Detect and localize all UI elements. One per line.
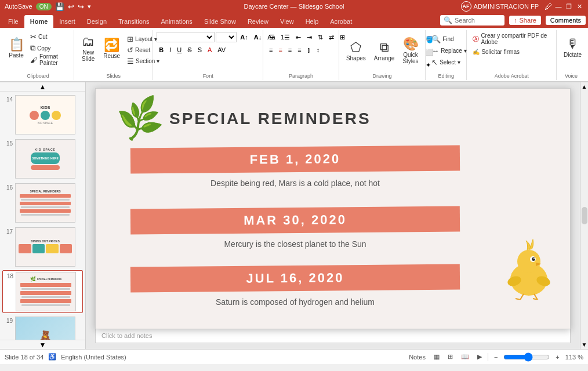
decrease-indent-btn[interactable]: ⇤ bbox=[293, 31, 303, 43]
slide-thumb-14[interactable]: 14 KIDS KID SPACE bbox=[2, 94, 83, 136]
tab-home[interactable]: Home bbox=[24, 15, 54, 28]
slide-thumb-19[interactable]: 19 🧸 TABLES bbox=[2, 315, 83, 340]
create-pdf-button[interactable]: ⒶCrear y compartir PDF de Adobe bbox=[470, 34, 553, 44]
slide-canvas[interactable]: 🌿 SPECIAL REMINDERS FEB 1, 2020 Despite … bbox=[95, 88, 571, 329]
share-button[interactable]: ↑ Share bbox=[509, 16, 541, 25]
svg-line-10 bbox=[516, 299, 520, 300]
underline-btn[interactable]: U bbox=[175, 44, 184, 56]
slide-thumb-18[interactable]: 18 🌿SPECIAL REMINDERS bbox=[2, 270, 83, 313]
autosave-toggle[interactable]: ON bbox=[36, 3, 52, 10]
align-right-btn[interactable]: ≡ bbox=[286, 44, 294, 56]
layout-icon: ⊞ bbox=[127, 35, 133, 43]
copy-button[interactable]: ⧉Copy bbox=[28, 43, 70, 53]
save-icon[interactable]: 💾 bbox=[55, 2, 64, 11]
clipboard-group: 📋 Paste ✂Cut ⧉Copy 🖌Format Painter Clipb… bbox=[2, 30, 74, 80]
notes-btn[interactable]: Notes bbox=[406, 353, 428, 361]
tab-animations[interactable]: Animations bbox=[155, 15, 198, 28]
italic-btn[interactable]: I bbox=[167, 44, 173, 56]
normal-view-btn[interactable]: ▦ bbox=[431, 352, 442, 361]
close-btn[interactable]: ✕ bbox=[575, 2, 583, 10]
numbering-btn[interactable]: 1☰ bbox=[278, 31, 292, 43]
line-spacing-btn[interactable]: ↕ bbox=[314, 44, 322, 56]
text-direction-btn[interactable]: ⇅ bbox=[315, 31, 325, 43]
slide-thumb-15[interactable]: 15 KID SPACE SOMETHING HERE bbox=[2, 138, 83, 180]
search-box[interactable]: 🔍 bbox=[440, 15, 504, 26]
font-color-btn[interactable]: A bbox=[205, 44, 214, 56]
slide-sorter-btn[interactable]: ⊞ bbox=[445, 352, 455, 361]
ribbon-content: 📋 Paste ✂Cut ⧉Copy 🖌Format Painter Clipb… bbox=[0, 28, 588, 82]
tab-insert[interactable]: Insert bbox=[53, 15, 81, 28]
find-button[interactable]: 🔍Find bbox=[429, 34, 469, 44]
justify-btn[interactable]: ≡ bbox=[295, 44, 303, 56]
cols-btn[interactable]: ⫿ bbox=[305, 44, 313, 56]
tab-review[interactable]: Review bbox=[242, 15, 274, 28]
scroll-down-btn[interactable]: ▼ bbox=[0, 340, 85, 349]
align-left-btn[interactable]: ≡ bbox=[267, 44, 275, 56]
titlebar: AutoSave ON 💾 ↩ ↪ ▾ Daycare Center — Sli… bbox=[0, 0, 588, 13]
slides-label: Slides bbox=[106, 72, 121, 79]
align-center-btn[interactable]: ≡ bbox=[276, 44, 284, 56]
new-slide-icon: 🗂 bbox=[82, 35, 95, 48]
reuse-button[interactable]: 🔁 Reuse bbox=[100, 32, 124, 65]
notes-area[interactable]: Click to add notes bbox=[95, 329, 571, 343]
autosave-label: AutoSave bbox=[5, 3, 32, 10]
increase-font-btn[interactable]: A↑ bbox=[238, 31, 250, 43]
tab-design[interactable]: Design bbox=[81, 15, 112, 28]
adobe-group: ⒶCrear y compartir PDF de Adobe ✍Solicit… bbox=[467, 30, 557, 80]
tab-acrobat[interactable]: Acrobat bbox=[324, 15, 358, 28]
cut-button[interactable]: ✂Cut bbox=[28, 31, 70, 42]
scroll-right-up-btn[interactable]: ▲ bbox=[582, 83, 587, 90]
strikethrough-btn[interactable]: S bbox=[185, 44, 194, 56]
select-button[interactable]: ↖Select▾ bbox=[429, 57, 469, 67]
font-name-select[interactable] bbox=[157, 32, 215, 42]
shapes-button[interactable]: ⬠ Shapes bbox=[343, 35, 369, 67]
tab-view[interactable]: View bbox=[274, 15, 300, 28]
font-size-select[interactable] bbox=[216, 32, 237, 42]
zoom-slider[interactable] bbox=[503, 352, 550, 362]
chick-illustration bbox=[503, 236, 555, 300]
slide-thumb-16[interactable]: 16 SPECIAL REMINDERS bbox=[2, 182, 83, 224]
search-input[interactable] bbox=[455, 17, 501, 24]
zoom-level: 113 % bbox=[565, 354, 583, 361]
format-painter-button[interactable]: 🖌Format Painter bbox=[28, 54, 70, 65]
restore-btn[interactable]: ❐ bbox=[565, 2, 573, 10]
zoom-in-btn[interactable]: + bbox=[553, 353, 561, 361]
comments-button[interactable]: Comments bbox=[546, 16, 586, 25]
reading-view-btn[interactable]: 📖 bbox=[459, 352, 471, 361]
font-row1: A↑ A↓ Aa bbox=[157, 31, 277, 43]
redo-icon[interactable]: ↪ bbox=[78, 2, 84, 11]
brush-icon[interactable]: 🖊 bbox=[545, 2, 552, 11]
arrange-button[interactable]: ⧉ Arrange bbox=[371, 35, 398, 67]
slide-thumb-17[interactable]: 17 DINING OUT PRICES bbox=[2, 226, 83, 268]
desc-text-3: Saturn is composed of hydrogen and heliu… bbox=[130, 297, 460, 307]
titlebar-left: AutoSave ON 💾 ↩ ↪ ▾ bbox=[5, 2, 91, 11]
slide-info: Slide 18 of 34 bbox=[5, 354, 43, 361]
minimize-btn[interactable]: — bbox=[554, 2, 562, 10]
request-sign-button[interactable]: ✍Solicitar firmas bbox=[470, 46, 553, 57]
bold-btn[interactable]: B bbox=[157, 44, 166, 56]
char-spacing-btn[interactable]: AV bbox=[215, 44, 228, 56]
tab-help[interactable]: Help bbox=[300, 15, 325, 28]
bullets-btn[interactable]: ☰ bbox=[267, 31, 277, 43]
paste-button[interactable]: 📋 Paste bbox=[6, 32, 27, 64]
new-slide-button[interactable]: 🗂 New Slide bbox=[78, 32, 99, 65]
quick-styles-button[interactable]: 🎨 Quick Styles bbox=[399, 35, 422, 67]
tab-transitions[interactable]: Transitions bbox=[112, 15, 155, 28]
zoom-out-btn[interactable]: − bbox=[492, 353, 500, 361]
slideshow-btn[interactable]: ▶ bbox=[475, 352, 484, 361]
scroll-right-down-btn[interactable]: ▼ bbox=[582, 341, 587, 348]
customize-icon[interactable]: ▾ bbox=[88, 3, 91, 10]
convert-btn[interactable]: ⇄ bbox=[326, 31, 336, 43]
dictate-button[interactable]: 🎙 Dictate bbox=[560, 31, 585, 64]
undo-icon[interactable]: ↩ bbox=[68, 2, 74, 11]
replace-button[interactable]: ↔Replace▾ bbox=[429, 45, 469, 56]
shadow-btn[interactable]: S bbox=[195, 44, 204, 56]
painter-icon: 🖌 bbox=[30, 56, 38, 64]
scroll-up-btn[interactable]: ▲ bbox=[0, 82, 85, 92]
font-group: A↑ A↓ Aa B I U S S A AV Font bbox=[153, 30, 263, 80]
tab-file[interactable]: File bbox=[2, 15, 24, 28]
tab-slideshow[interactable]: Slide Show bbox=[198, 15, 242, 28]
scroll-thumb[interactable] bbox=[582, 207, 587, 224]
decrease-font-btn[interactable]: A↓ bbox=[252, 31, 264, 43]
increase-indent-btn[interactable]: ⇥ bbox=[304, 31, 314, 43]
